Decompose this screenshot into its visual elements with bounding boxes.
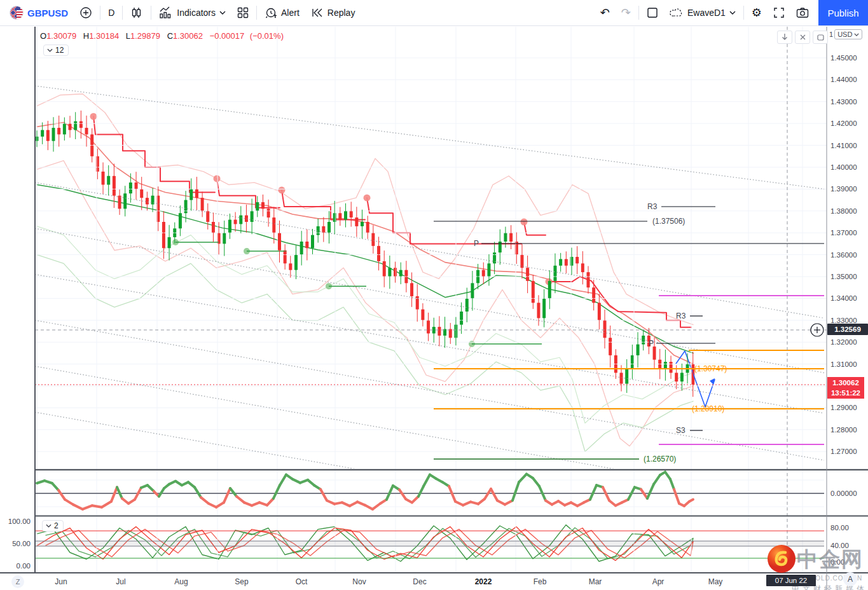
svg-text:1.27000: 1.27000	[830, 448, 857, 455]
close-icon	[800, 34, 806, 40]
layout-icon	[647, 7, 658, 18]
last-price-label: 1.30062 13:51:22	[827, 377, 864, 399]
svg-text:1.35000: 1.35000	[830, 273, 857, 280]
svg-text:1.31000: 1.31000	[830, 360, 857, 368]
svg-text:1.43000: 1.43000	[830, 98, 857, 106]
svg-text:(1.37506): (1.37506)	[652, 217, 685, 226]
crosshair-date-label: 07 Jun 22	[766, 575, 816, 586]
maximize-pane-button[interactable]	[813, 31, 828, 44]
replay-button[interactable]: Replay	[305, 4, 361, 22]
compare-add-button[interactable]	[74, 4, 98, 22]
pane-mini-buttons	[777, 31, 828, 44]
svg-text:1.41000: 1.41000	[830, 142, 857, 149]
svg-text:1.42000: 1.42000	[830, 120, 857, 127]
camera-icon	[796, 7, 809, 18]
svg-text:Feb: Feb	[534, 577, 547, 586]
cloud-icon	[670, 8, 684, 18]
svg-text:P: P	[649, 339, 654, 348]
symbol-button[interactable]: GBPUSD	[4, 4, 74, 22]
saved-layout-button[interactable]: EwaveD1	[664, 4, 741, 22]
svg-text:50.00: 50.00	[12, 540, 31, 547]
svg-text:1.28000: 1.28000	[830, 426, 857, 434]
svg-text:(1.26570): (1.26570)	[644, 455, 676, 463]
svg-text:Jul: Jul	[116, 577, 125, 586]
svg-text:Aug: Aug	[174, 577, 188, 586]
svg-text:1.29000: 1.29000	[830, 404, 857, 411]
alarm-clock-icon	[265, 6, 277, 19]
axis-prefix: 1	[829, 31, 833, 38]
svg-text:Nov: Nov	[352, 577, 366, 586]
undo-icon: ↶	[600, 7, 610, 18]
alert-button[interactable]: Alert	[259, 4, 305, 22]
indicators-label: Indicators	[177, 8, 216, 18]
publish-label: Publish	[827, 8, 858, 18]
svg-text:1.37000: 1.37000	[830, 229, 857, 237]
svg-text:1.32000: 1.32000	[830, 338, 857, 346]
ohlc-change: −0.00017	[210, 31, 245, 41]
maximize-icon	[817, 34, 824, 41]
chevron-down-icon	[729, 11, 736, 15]
svg-text:1.38000: 1.38000	[830, 207, 857, 215]
svg-text:80.00: 80.00	[830, 524, 849, 532]
svg-text:0.00: 0.00	[830, 558, 844, 566]
ohlc-change-pct: (−0.01%)	[250, 31, 284, 41]
layout-select-button[interactable]	[641, 4, 664, 22]
timezone-button[interactable]: Z	[11, 575, 24, 588]
layout-name-label: EwaveD1	[687, 8, 726, 18]
grid-templates-icon	[237, 7, 249, 18]
currency-dropdown[interactable]: USD	[834, 29, 862, 39]
undo-button[interactable]: ↶	[595, 4, 616, 22]
svg-text:1.45000: 1.45000	[830, 54, 857, 62]
svg-text:1.36000: 1.36000	[830, 251, 857, 259]
svg-text:S3: S3	[676, 426, 685, 435]
ohlc-low-key: L	[126, 31, 130, 41]
replay-icon	[311, 8, 324, 18]
chevron-down-icon	[47, 48, 53, 52]
svg-text:1.34000: 1.34000	[830, 294, 857, 302]
snapshot-button[interactable]	[790, 4, 815, 22]
indicators-button[interactable]: Indicators	[153, 4, 231, 22]
interval-button[interactable]: D	[102, 4, 120, 22]
ohlc-close-key: C	[167, 31, 173, 41]
indicators-icon	[159, 6, 173, 19]
ohlc-close-value: 1.30062	[173, 31, 203, 41]
down-arrow-icon	[782, 34, 788, 41]
svg-text:40.00: 40.00	[830, 542, 849, 549]
candlestick-icon	[130, 6, 143, 20]
auto-scale-button[interactable]: A	[843, 572, 857, 586]
crosshair-price-label: 1.32569	[827, 324, 868, 335]
chart-style-button[interactable]	[125, 4, 149, 22]
redo-button[interactable]: ↷	[616, 4, 637, 22]
fullscreen-button[interactable]	[768, 4, 790, 22]
svg-text:Mar: Mar	[589, 577, 602, 586]
symbol-name: GBPUSD	[27, 8, 68, 18]
svg-text:R3: R3	[676, 312, 686, 320]
alert-label: Alert	[281, 8, 300, 18]
ohlc-readout: O1.30079 H1.30184 L1.29879 C1.30062 −0.0…	[40, 31, 284, 41]
scroll-to-recent-button[interactable]	[777, 31, 792, 44]
redo-icon: ↷	[621, 7, 631, 18]
main-toolbar: GBPUSD D Indicators	[0, 0, 868, 26]
close-pane-button[interactable]	[795, 31, 810, 44]
ma-legend-value: 12	[55, 46, 64, 55]
stoch-legend-value: 2	[54, 521, 59, 530]
publish-button[interactable]: Publish	[818, 0, 868, 25]
ohlc-open-value: 1.30079	[46, 31, 76, 41]
chart-canvas[interactable]: R3(1.37506)PR3P(1.30747)(1.28910)S3(1.26…	[0, 0, 868, 590]
chevron-down-icon	[854, 33, 859, 36]
svg-text:Oct: Oct	[296, 577, 308, 586]
last-price-time: 13:51:22	[827, 388, 864, 398]
chevron-down-icon	[219, 11, 226, 15]
indicator-templates-button[interactable]	[231, 4, 254, 22]
stoch-legend-collapsed[interactable]: 2	[42, 520, 64, 532]
gbpusd-flag-icon	[10, 6, 24, 20]
plus-circle-icon	[79, 6, 92, 19]
settings-button[interactable]: ⚙	[746, 4, 768, 22]
chevron-down-icon	[46, 524, 52, 528]
svg-text:P: P	[474, 239, 479, 248]
svg-text:R3: R3	[647, 202, 658, 211]
svg-text:Dec: Dec	[413, 577, 426, 586]
ohlc-open-key: O	[40, 31, 46, 41]
gear-icon: ⚙	[752, 7, 762, 18]
ma-legend-collapsed[interactable]: 12	[43, 45, 69, 56]
